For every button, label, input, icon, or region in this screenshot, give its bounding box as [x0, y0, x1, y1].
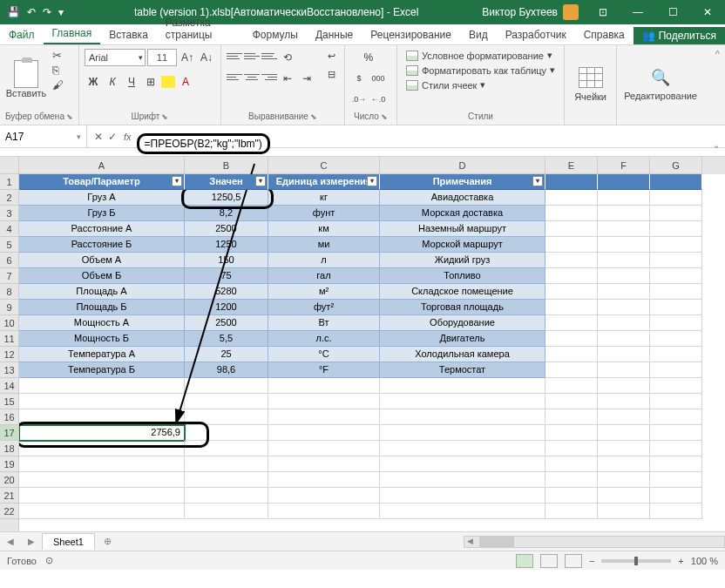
close-icon[interactable]: ✕ [690, 0, 725, 24]
col-header-D[interactable]: D [380, 157, 545, 174]
cell[interactable]: Холодильная камера [380, 347, 545, 362]
cell[interactable] [185, 504, 268, 519]
cell[interactable]: Жидкий груз [380, 253, 545, 268]
col-header-B[interactable]: B [185, 157, 268, 174]
cell[interactable] [650, 268, 702, 284]
maximize-icon[interactable]: ☐ [655, 0, 690, 24]
cell[interactable] [19, 441, 185, 456]
cell[interactable] [545, 237, 598, 253]
cell-styles-button[interactable]: Стили ячеек▾ [403, 78, 559, 91]
cell[interactable]: Значен▾ [185, 174, 268, 190]
selected-cell[interactable]: 2756,9 [19, 425, 185, 441]
accept-formula-icon[interactable]: ✓ [108, 131, 117, 143]
cell[interactable] [380, 441, 545, 456]
copy-icon[interactable]: ⎘ [52, 64, 64, 77]
cell[interactable] [598, 425, 650, 441]
cell[interactable]: л.с. [268, 331, 380, 347]
cell[interactable] [268, 378, 380, 394]
cell[interactable] [650, 472, 702, 488]
fill-color-icon[interactable] [161, 76, 175, 88]
cell[interactable] [650, 253, 702, 268]
cell[interactable] [19, 378, 185, 394]
view-normal-icon[interactable] [516, 554, 533, 568]
tab-insert[interactable]: Вставка [100, 25, 157, 44]
row-header-6[interactable]: 6 [0, 253, 18, 268]
cell[interactable] [650, 174, 702, 190]
font-color-icon[interactable]: A [177, 73, 194, 91]
cell[interactable] [268, 425, 380, 441]
cell[interactable]: 1200 [185, 300, 268, 315]
align-center-icon[interactable] [244, 70, 260, 84]
expand-formula-icon[interactable]: ⌄ [713, 140, 720, 150]
row-header-3[interactable]: 3 [0, 206, 18, 221]
cell[interactable] [598, 394, 650, 409]
cell[interactable] [19, 504, 185, 519]
cell[interactable]: л [268, 253, 380, 268]
macro-record-icon[interactable]: ⊙ [45, 555, 53, 566]
row-header-10[interactable]: 10 [0, 315, 18, 331]
cell[interactable]: Единица измерения▾ [268, 174, 380, 190]
align-launcher-icon[interactable]: ⬊ [310, 112, 317, 121]
cell[interactable]: фут² [268, 300, 380, 315]
cell[interactable] [19, 472, 185, 488]
cell[interactable] [650, 347, 702, 362]
share-button[interactable]: 👥 Поделиться [634, 27, 725, 44]
row-header-16[interactable]: 16 [0, 409, 18, 425]
scrollbar-thumb[interactable] [479, 537, 514, 547]
paste-button[interactable]: Вставить [5, 49, 47, 110]
cell[interactable] [598, 362, 650, 378]
cell[interactable] [598, 331, 650, 347]
cell[interactable] [650, 425, 702, 441]
cell[interactable] [650, 221, 702, 237]
col-header-A[interactable]: A [19, 157, 185, 174]
cell[interactable] [380, 472, 545, 488]
col-header-C[interactable]: C [268, 157, 380, 174]
cell[interactable] [545, 362, 598, 378]
tab-formulas[interactable]: Формулы [244, 25, 307, 44]
cell[interactable]: Двигатель [380, 331, 545, 347]
cell[interactable] [185, 409, 268, 425]
cell[interactable] [545, 221, 598, 237]
cell[interactable]: Складское помещение [380, 284, 545, 300]
cut-icon[interactable]: ✂ [52, 49, 64, 62]
row-header-8[interactable]: 8 [0, 284, 18, 300]
format-table-button[interactable]: Форматировать как таблицу▾ [403, 64, 559, 77]
row-header-17[interactable]: 17 [0, 425, 18, 441]
cell[interactable] [545, 284, 598, 300]
cell[interactable]: фунт [268, 206, 380, 221]
cell[interactable] [598, 378, 650, 394]
align-left-icon[interactable] [227, 70, 242, 84]
cell[interactable]: ми [268, 237, 380, 253]
row-header-13[interactable]: 13 [0, 362, 18, 378]
row-header-19[interactable]: 19 [0, 456, 18, 472]
indent-decrease-icon[interactable]: ⇤ [279, 70, 296, 87]
cell[interactable] [268, 409, 380, 425]
cell[interactable] [380, 504, 545, 519]
italic-button[interactable]: К [104, 73, 121, 91]
user-name[interactable]: Виктор Бухтеев [482, 6, 558, 18]
merge-center-button[interactable]: ⊟ [324, 67, 339, 82]
cell[interactable]: 2500 [185, 315, 268, 331]
cell[interactable]: Расстояние А [19, 221, 185, 237]
col-header-E[interactable]: E [545, 157, 598, 174]
cell[interactable] [545, 488, 598, 504]
cell[interactable]: м² [268, 284, 380, 300]
cell[interactable]: Мощность Б [19, 331, 185, 347]
row-header-9[interactable]: 9 [0, 300, 18, 315]
orientation-icon[interactable]: ⟲ [279, 49, 296, 66]
cell[interactable] [545, 441, 598, 456]
row-header-4[interactable]: 4 [0, 221, 18, 237]
cell[interactable] [380, 456, 545, 472]
zoom-value[interactable]: 100 % [691, 556, 718, 566]
cell[interactable] [650, 504, 702, 519]
tab-pagelayout[interactable]: Разметка страницы [157, 13, 244, 44]
cell[interactable] [545, 190, 598, 206]
undo-icon[interactable]: ↶ [27, 6, 36, 18]
cell[interactable] [185, 425, 268, 441]
row-header-11[interactable]: 11 [0, 331, 18, 347]
percent-icon[interactable]: % [360, 49, 377, 66]
cell[interactable]: Объем А [19, 253, 185, 268]
cell[interactable] [598, 472, 650, 488]
view-pagebreak-icon[interactable] [565, 554, 582, 568]
cell[interactable] [598, 315, 650, 331]
